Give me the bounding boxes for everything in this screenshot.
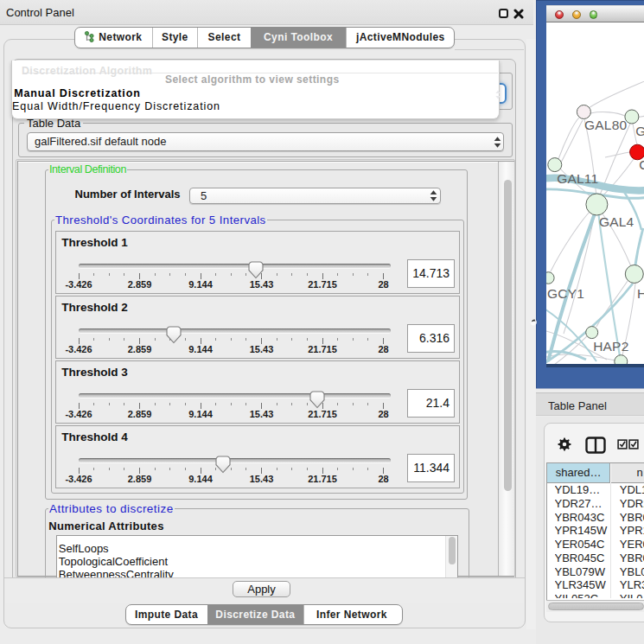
svg-text:HAP2: HAP2: [593, 340, 628, 354]
svg-text:GCY1: GCY1: [547, 287, 584, 302]
svg-text:GAL80: GAL80: [584, 118, 627, 132]
svg-text:GAL4: GAL4: [599, 215, 634, 230]
svg-text:GAL1: GAL1: [635, 124, 644, 138]
svg-text:HA: HA: [637, 287, 644, 302]
svg-text:CD: CD: [639, 157, 644, 172]
svg-text:GAL11: GAL11: [557, 171, 598, 186]
